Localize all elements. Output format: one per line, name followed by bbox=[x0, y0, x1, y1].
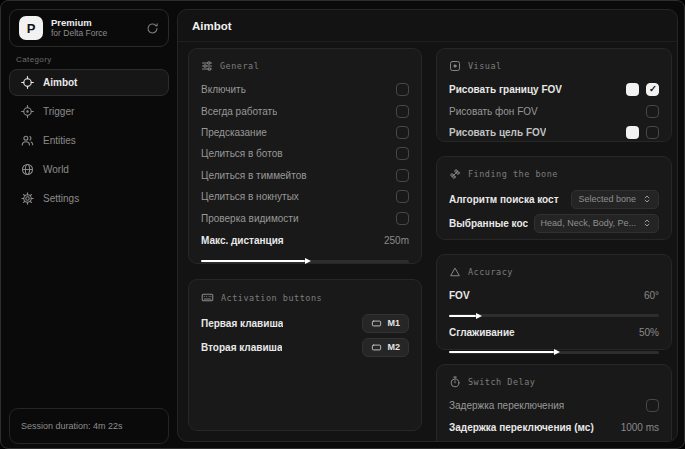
visual-row: Рисовать границу FOV bbox=[449, 79, 659, 100]
accuracy-panel: Accuracy FOV 60° Сглаживание 50% bbox=[436, 254, 672, 350]
visual-row: Рисовать цель FOV bbox=[449, 122, 659, 143]
toggle-row: Включить bbox=[201, 79, 409, 100]
smoothing-slider[interactable] bbox=[449, 351, 659, 354]
toggle-row: Задержка переключения bbox=[449, 395, 659, 416]
premium-title: Premium bbox=[51, 18, 138, 29]
checkbox[interactable] bbox=[396, 83, 409, 96]
keybind-button-m1[interactable]: M1 bbox=[362, 314, 409, 333]
target-icon bbox=[21, 105, 34, 118]
panel-title: Switch Delay bbox=[468, 377, 535, 387]
checkbox[interactable] bbox=[646, 83, 659, 96]
gear-icon bbox=[21, 192, 34, 205]
toggle-row: Предсказание bbox=[201, 122, 409, 143]
max-distance-slider[interactable] bbox=[201, 260, 409, 263]
fov-slider[interactable] bbox=[449, 314, 659, 317]
sidebar: P Premium for Delta Force Category Aimbo… bbox=[1, 1, 177, 448]
sidebar-item-settings[interactable]: Settings bbox=[9, 185, 169, 212]
panel-title: Accuracy bbox=[468, 267, 513, 277]
panel-title: Finding the bone bbox=[468, 169, 558, 179]
checkbox[interactable] bbox=[396, 169, 409, 182]
selected-bones-select[interactable]: Head, Neck, Body, Pe... bbox=[534, 214, 659, 233]
sidebar-item-label: Trigger bbox=[43, 106, 74, 117]
toggle-row: Всегда работать bbox=[201, 100, 409, 121]
toggle-row: Целиться в нокнутых bbox=[201, 186, 409, 207]
mouse-key-icon bbox=[371, 342, 382, 353]
triangle-icon bbox=[449, 266, 461, 278]
slider-value: 60° bbox=[644, 290, 659, 301]
checkbox[interactable] bbox=[396, 147, 409, 160]
select-row: Выбранные кос Head, Neck, Body, Pe... bbox=[449, 211, 659, 235]
checkbox[interactable] bbox=[646, 126, 659, 139]
sliders-icon bbox=[201, 60, 213, 72]
checkbox[interactable] bbox=[646, 399, 659, 412]
sidebar-item-label: Settings bbox=[43, 193, 79, 204]
sidebar-menu: Aimbot Trigger Entities bbox=[9, 69, 169, 212]
finding-bone-panel: Finding the bone Алгоритм поиска кост Se… bbox=[436, 156, 672, 240]
users-icon bbox=[21, 134, 34, 147]
sidebar-item-trigger[interactable]: Trigger bbox=[9, 98, 169, 125]
mouse-key-icon bbox=[371, 318, 382, 329]
visual-panel: Visual Рисовать границу FOV Рисовать фон… bbox=[436, 48, 672, 142]
app-window: P Premium for Delta Force Category Aimbo… bbox=[0, 0, 685, 449]
keybind-row: Первая клавиша M1 bbox=[201, 311, 409, 335]
toggle-row: Целиться в тиммейтов bbox=[201, 165, 409, 186]
switch-delay-panel: Switch Delay Задержка переключения Задер… bbox=[436, 364, 672, 442]
select-row: Алгоритм поиска кост Selected bone bbox=[449, 187, 659, 211]
premium-card[interactable]: P Premium for Delta Force bbox=[9, 9, 169, 47]
checkbox[interactable] bbox=[396, 126, 409, 139]
panel-title: Visual bbox=[468, 61, 502, 71]
slider-row: Задержка переключения (мс) 1000 ms bbox=[449, 416, 659, 437]
slider-value: 250m bbox=[384, 235, 409, 246]
slider-value: 1000 ms bbox=[621, 422, 659, 433]
slider-row: FOV 60° bbox=[449, 285, 659, 306]
stopwatch-icon bbox=[449, 376, 461, 388]
sync-icon[interactable] bbox=[146, 22, 159, 35]
panel-title: General bbox=[220, 61, 259, 71]
slider-value: 50% bbox=[639, 327, 659, 338]
sidebar-item-label: Entities bbox=[43, 135, 76, 146]
sidebar-item-label: Aimbot bbox=[43, 77, 77, 88]
slider-row: Сглаживание 50% bbox=[449, 321, 659, 342]
sidebar-item-world[interactable]: World bbox=[9, 156, 169, 183]
bone-algorithm-select[interactable]: Selected bone bbox=[571, 190, 659, 209]
left-column: General Включить Всегда работать Предска… bbox=[188, 48, 422, 431]
page-title: Aimbot bbox=[178, 10, 677, 42]
right-column: Visual Рисовать границу FOV Рисовать фон… bbox=[436, 48, 672, 442]
app-logo: P bbox=[19, 16, 43, 40]
keyboard-icon bbox=[201, 291, 214, 304]
sidebar-item-aimbot[interactable]: Aimbot bbox=[9, 69, 169, 96]
sidebar-item-entities[interactable]: Entities bbox=[9, 127, 169, 154]
color-swatch[interactable] bbox=[626, 126, 639, 139]
color-swatch[interactable] bbox=[626, 83, 639, 96]
toggle-row: Проверка видимости bbox=[201, 207, 409, 228]
frame-dot-icon bbox=[449, 60, 461, 72]
unfold-icon bbox=[642, 218, 652, 228]
toggle-row: Целиться в ботов bbox=[201, 143, 409, 164]
checkbox[interactable] bbox=[646, 105, 659, 118]
crosshair-icon bbox=[21, 76, 34, 89]
main-panel: Aimbot General Включить bbox=[177, 9, 678, 442]
bone-icon bbox=[449, 168, 461, 180]
visual-row: Рисовать фон FOV bbox=[449, 100, 659, 121]
checkbox[interactable] bbox=[396, 212, 409, 225]
keybind-row: Вторая клавиша M2 bbox=[201, 335, 409, 359]
panel-title: Activation buttons bbox=[221, 293, 322, 303]
slider-row: Макс. дистанция 250m bbox=[201, 229, 409, 252]
keybind-button-m2[interactable]: M2 bbox=[362, 338, 409, 357]
sidebar-item-label: World bbox=[43, 164, 69, 175]
session-duration: Session duration: 4m 22s bbox=[9, 408, 169, 444]
premium-subtitle: for Delta Force bbox=[51, 29, 138, 39]
general-panel: General Включить Всегда работать Предска… bbox=[188, 48, 422, 264]
activation-buttons-panel: Activation buttons Первая клавиша M1 Вто… bbox=[188, 279, 422, 431]
globe-icon bbox=[21, 163, 34, 176]
checkbox[interactable] bbox=[396, 105, 409, 118]
category-label: Category bbox=[16, 55, 52, 64]
checkbox[interactable] bbox=[396, 190, 409, 203]
unfold-icon bbox=[642, 194, 652, 204]
